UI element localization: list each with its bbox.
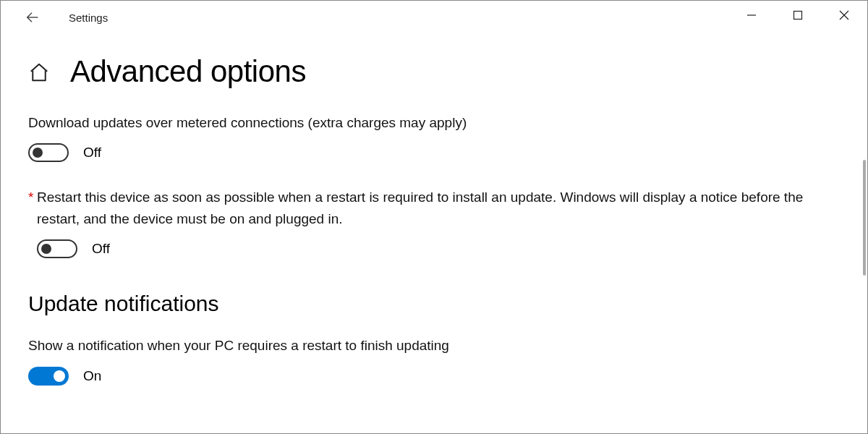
setting-show-notification-label: Show a notification when your PC require…	[28, 335, 840, 356]
scrollbar[interactable]	[863, 160, 866, 276]
toggle-metered-state: Off	[83, 145, 101, 161]
toggle-knob	[33, 148, 43, 158]
maximize-button[interactable]	[775, 1, 821, 30]
setting-restart-asap-label-wrap: * Restart this device as soon as possibl…	[28, 187, 840, 229]
setting-show-notification: Show a notification when your PC require…	[28, 335, 840, 385]
content-area: Advanced options Download updates over m…	[1, 34, 867, 386]
setting-metered-label: Download updates over metered connection…	[28, 112, 840, 133]
titlebar: Settings	[1, 1, 867, 34]
home-icon-svg	[28, 61, 50, 83]
arrow-left-icon	[25, 9, 41, 25]
toggle-show-notification-state: On	[83, 368, 101, 384]
toggle-restart-asap-state: Off	[92, 241, 110, 257]
asterisk-icon: *	[28, 187, 33, 208]
toggle-knob	[54, 370, 65, 382]
toggle-show-notification[interactable]	[28, 367, 69, 386]
section-heading-notifications: Update notifications	[28, 292, 840, 316]
setting-metered: Download updates over metered connection…	[28, 112, 840, 162]
toggle-metered[interactable]	[28, 143, 69, 162]
setting-metered-toggle-row: Off	[28, 143, 840, 162]
page-title: Advanced options	[70, 54, 306, 89]
setting-restart-asap-toggle-row: Off	[37, 239, 840, 258]
window-title: Settings	[69, 12, 108, 24]
page-header: Advanced options	[28, 54, 840, 89]
setting-restart-asap-label: Restart this device as soon as possible …	[37, 190, 803, 226]
close-icon	[839, 10, 849, 20]
close-button[interactable]	[821, 1, 867, 30]
setting-restart-asap: * Restart this device as soon as possibl…	[28, 187, 840, 258]
window-controls	[728, 1, 867, 30]
back-button[interactable]	[18, 3, 47, 32]
svg-rect-2	[794, 12, 802, 20]
toggle-knob	[41, 244, 51, 254]
toggle-restart-asap[interactable]	[37, 239, 77, 258]
setting-show-notification-toggle-row: On	[28, 367, 840, 386]
minimize-icon	[746, 10, 757, 20]
minimize-button[interactable]	[728, 1, 775, 30]
home-icon[interactable]	[28, 61, 50, 86]
maximize-icon	[793, 10, 803, 20]
